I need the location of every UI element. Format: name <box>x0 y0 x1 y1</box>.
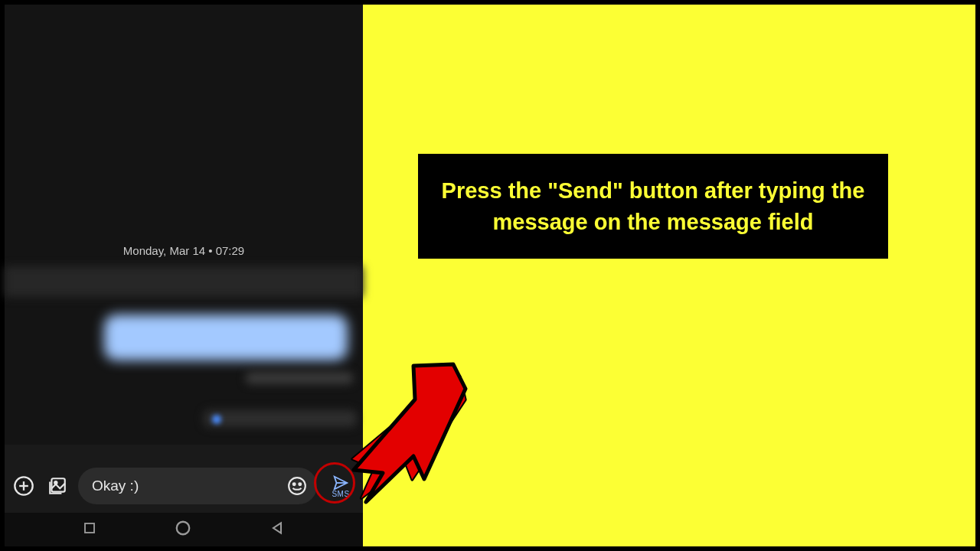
nav-recent-button[interactable] <box>83 521 96 538</box>
emoji-icon <box>287 476 307 496</box>
conversation-area[interactable]: Monday, Mar 14 • 07:29 <box>5 5 363 445</box>
instruction-text: Press the "Send" button after typing the… <box>436 175 870 237</box>
android-navbar <box>5 513 363 546</box>
send-label: SMS <box>332 490 349 498</box>
gallery-button[interactable] <box>44 473 70 499</box>
add-circle-icon <box>13 475 34 497</box>
square-icon <box>83 521 96 535</box>
svg-marker-11 <box>354 364 466 502</box>
blurred-status-dot <box>212 415 221 424</box>
svg-rect-9 <box>85 523 94 533</box>
nav-home-button[interactable] <box>175 520 191 540</box>
compose-bar: Okay :) SMS <box>5 459 363 513</box>
svg-point-7 <box>299 483 301 485</box>
gallery-icon <box>47 476 67 496</box>
add-attachment-button[interactable] <box>11 473 37 499</box>
message-input[interactable]: Okay :) <box>92 478 285 494</box>
instruction-callout: Press the "Send" button after typing the… <box>418 154 888 259</box>
send-icon <box>331 474 351 491</box>
emoji-button[interactable] <box>285 474 309 498</box>
date-divider: Monday, Mar 14 • 07:29 <box>5 244 363 257</box>
blurred-status-row <box>204 410 357 427</box>
tutorial-canvas: Monday, Mar 14 • 07:29 <box>0 0 980 551</box>
svg-point-10 <box>177 522 190 535</box>
message-input-pill: Okay :) <box>78 468 317 504</box>
blurred-message-row <box>5 266 363 297</box>
nav-back-button[interactable] <box>270 520 285 539</box>
triangle-back-icon <box>270 520 285 536</box>
blurred-meta-line <box>246 372 353 384</box>
outgoing-message-bubble <box>104 315 348 360</box>
phone-panel: Monday, Mar 14 • 07:29 <box>5 5 363 546</box>
send-button[interactable]: SMS <box>325 470 357 502</box>
svg-point-6 <box>293 483 296 485</box>
circle-icon <box>175 520 191 536</box>
svg-point-5 <box>289 478 305 494</box>
